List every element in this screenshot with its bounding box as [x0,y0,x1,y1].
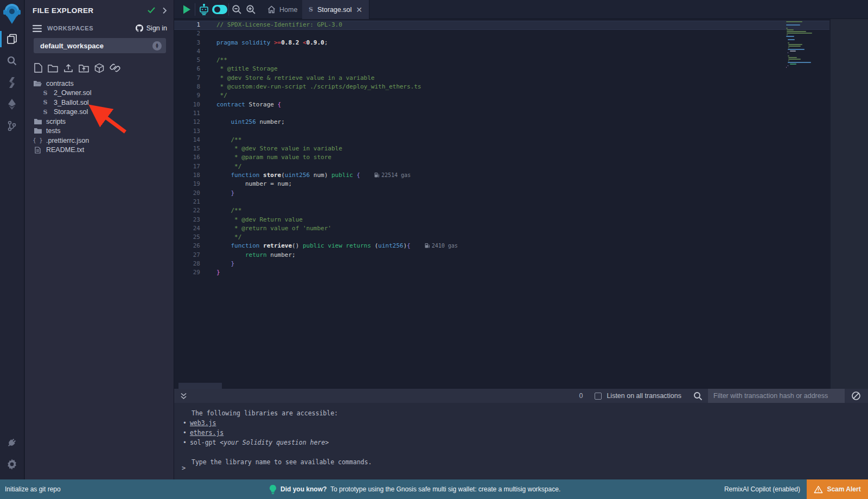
sign-in-label: Sign in [146,24,167,32]
terminal-link[interactable]: web3.js [190,419,216,427]
code-line-23: * @dev Return value [205,216,458,224]
code-line-27: return number; [205,251,458,260]
upload-file-icon[interactable] [63,63,73,73]
scam-alert-button[interactable]: Scam Alert [807,479,868,499]
new-file-icon[interactable] [34,63,42,73]
icon-rail [0,0,24,479]
solidity-icon: S [41,109,49,116]
copilot-status[interactable]: RemixAI Copilot (enabled) [724,485,800,493]
ai-robot-icon[interactable] [198,4,210,15]
did-you-know-tip: Did you know? To prototype using the Gno… [270,485,560,494]
solidity-icon: S [41,99,49,106]
code-line-15: * @dev Store value in variable [205,144,458,153]
listen-all-label: Listen on all transactions [607,392,681,400]
run-script-play-button[interactable] [183,5,191,14]
clear-console-icon[interactable] [851,391,861,401]
terminal-line: Type the library name to see available c… [182,457,372,467]
close-tab-icon[interactable]: ✕ [356,5,362,14]
home-tab-label: Home [279,6,297,14]
terminal-prompt[interactable]: > [182,464,186,472]
code-editor[interactable]: 1234567891011121314151617181920212223242… [174,19,868,389]
tree-item-contracts[interactable]: contracts [25,79,174,89]
gas-estimate-badge: 22514 gas [374,172,411,178]
code-line-29: } [205,268,458,277]
code-line-18: function store(uint256 num) public {2251… [205,171,458,180]
solidity-compiler-icon[interactable] [0,72,24,93]
terminal-output: The following libraries are accessible:•… [174,403,372,467]
code-line-14: /** [205,136,458,144]
settings-gear-icon[interactable] [0,453,24,475]
file-icon [34,147,42,154]
code-line-8: * @custom:dev-run-script ./scripts/deplo… [205,83,458,91]
warning-triangle-icon [814,485,823,494]
terminal-header: 0 Listen on all transactions [174,389,868,403]
collapse-terminal-icon[interactable] [180,393,187,400]
scam-alert-label: Scam Alert [827,485,860,493]
plugin-manager-icon[interactable] [0,432,24,453]
editor-scrollbar-track[interactable] [831,19,868,389]
folder-icon [34,118,42,125]
code-line-2 [205,29,458,38]
check-icon [147,7,156,14]
folder-icon [34,128,42,134]
file-explorer-icon[interactable] [0,28,24,50]
transaction-count: 0 [579,392,583,400]
tip-text: To prototype using the Gnosis safe multi… [330,485,560,493]
tree-item-label: scripts [46,118,66,125]
code-line-12: uint256 number; [205,118,458,127]
tree-item-label: contracts [46,80,74,87]
editor-topbar: Home S Storage.sol ✕ [174,0,868,19]
cube-icon[interactable] [94,63,104,73]
new-folder-icon[interactable] [48,63,58,73]
copilot-toggle[interactable] [212,5,227,14]
chevron-right-icon[interactable] [162,7,167,14]
code-line-6: * @title Storage [205,65,458,73]
file-toolbar [25,59,174,78]
code-line-19: number = num; [205,180,458,188]
remix-logo-icon[interactable] [0,0,24,28]
listen-all-checkbox[interactable] [595,393,602,400]
sign-in-button[interactable]: Sign in [135,24,167,33]
terminal-panel: 0 Listen on all transactions The followi… [174,389,868,479]
zoom-out-icon[interactable] [232,4,242,15]
status-bar: Initialize as git repo Did you know? To … [0,479,868,499]
solidity-file-icon: S [309,6,313,13]
upload-folder-icon[interactable] [79,63,89,73]
code-line-10: contract Storage { [205,100,458,109]
code-line-22: /** [205,206,458,215]
workspaces-menu-icon[interactable] [33,25,42,32]
tree-item-label: .prettierrc.json [46,137,89,144]
workspaces-label: WORKSPACES [47,25,135,31]
terminal-link[interactable]: ethers.js [190,429,224,437]
transaction-filter-input[interactable] [708,389,845,403]
tip-bold: Did you know? [280,485,327,493]
tree-item-readme-txt[interactable]: README.txt [25,146,174,155]
deploy-run-icon[interactable] [0,93,24,115]
tab-home[interactable]: Home [260,0,305,19]
workspace-select[interactable]: default_workspace ▲▼ [34,38,166,53]
code-line-24: * @return value of 'number' [205,224,458,233]
tab-storage-sol[interactable]: S Storage.sol ✕ [302,0,369,19]
git-init-status[interactable]: Initialize as git repo [5,485,61,493]
search-icon[interactable] [0,50,24,72]
home-icon [267,5,276,14]
editor-minimap[interactable] [786,21,829,68]
line-number-gutter: 1234567891011121314151617181920212223242… [174,21,205,277]
link-icon[interactable] [110,63,120,73]
code-lines: // SPDX-License-Identifier: GPL-3.0pragm… [205,21,458,277]
terminal-search-icon [693,391,703,401]
file-explorer-panel: FILE EXPLORER WORKSPACES Sign in default… [25,0,174,479]
tree-item-3-ballot-sol[interactable]: S3_Ballot.sol [25,98,174,108]
horizontal-scrollbar-thumb[interactable] [178,383,222,389]
github-icon [135,24,144,33]
file-tab-label: Storage.sol [317,6,352,14]
git-icon[interactable] [0,115,24,137]
tree-item-scripts[interactable]: scripts [25,117,174,127]
tree-item-tests[interactable]: tests [25,127,174,136]
tree-item-2-owner-sol[interactable]: S2_Owner.sol [25,89,174,98]
zoom-in-icon[interactable] [246,4,256,15]
tree-item--prettierrc-json[interactable]: { }.prettierrc.json [25,136,174,146]
tree-item-storage-sol[interactable]: SStorage.sol [25,108,174,117]
code-line-28: } [205,260,458,268]
code-line-11 [205,109,458,118]
